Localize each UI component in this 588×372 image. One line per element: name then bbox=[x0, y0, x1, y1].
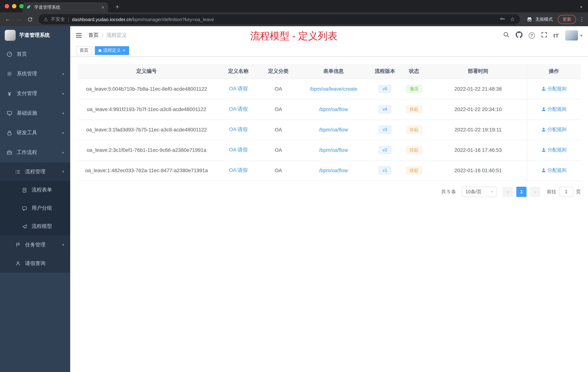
new-tab-button[interactable]: + bbox=[112, 1, 122, 12]
minimize-window-button[interactable] bbox=[12, 4, 16, 8]
col-definition-name: 定义名称 bbox=[216, 64, 261, 79]
status-badge: 激活 bbox=[406, 85, 422, 93]
tab-bar: 芋道管理系统 × + ▾ bbox=[0, 0, 588, 12]
form-link[interactable]: /bpm/oa/flow bbox=[319, 106, 348, 112]
sidebar-item-workflow[interactable]: 工作流程 ▾ bbox=[0, 143, 70, 162]
assign-rule-link[interactable]: 分配规则 bbox=[541, 167, 567, 174]
sidebar-item-process-model[interactable]: 流程模型 bbox=[0, 217, 70, 236]
deploy-time: 2022-01-16 01:40:51 bbox=[454, 167, 502, 173]
reload-button[interactable] bbox=[25, 14, 35, 24]
fullscreen-icon[interactable] bbox=[541, 32, 547, 39]
definition-id: oa_leave:2:3c1f0ef1-76b1-11ec-9c66-a2380… bbox=[87, 147, 206, 153]
sidebar-item-leave-query[interactable]: 请假查询 bbox=[0, 254, 70, 273]
version-badge: v2 bbox=[378, 146, 391, 154]
page-unit-label: 页 bbox=[576, 188, 581, 195]
tags-view: 首页 流程定义 × bbox=[70, 44, 588, 57]
person-icon bbox=[541, 148, 546, 152]
breadcrumb-home[interactable]: 首页 bbox=[88, 32, 99, 39]
sidebar-item-payment[interactable]: ¥ 支付管理 ▾ bbox=[0, 84, 70, 103]
tab-close-icon[interactable]: × bbox=[101, 5, 104, 10]
chevron-down-icon: ▾ bbox=[491, 190, 493, 194]
version-badge: v4 bbox=[378, 105, 391, 113]
assign-rule-link[interactable]: 分配规则 bbox=[541, 106, 567, 112]
tag-process-definition[interactable]: 流程定义 × bbox=[95, 46, 129, 55]
col-definition-id: 定义编号 bbox=[77, 64, 216, 79]
col-definition-category: 定义分类 bbox=[261, 64, 296, 79]
chevron-up-icon: ▾ bbox=[62, 170, 64, 174]
help-icon[interactable]: ? bbox=[529, 32, 535, 38]
prev-page-button[interactable]: ‹ bbox=[503, 186, 513, 197]
version-badge: v1 bbox=[378, 166, 391, 175]
bookmark-star-icon[interactable]: ☆ bbox=[510, 16, 515, 22]
sidebar-item-home[interactable]: 首页 bbox=[0, 44, 70, 64]
total-count: 共 5 条 bbox=[441, 188, 456, 195]
assign-rule-link[interactable]: 分配规则 bbox=[541, 126, 567, 133]
security-label: 不安全 bbox=[51, 16, 65, 22]
chevron-down-icon: ▾ bbox=[62, 92, 64, 96]
page-title: 流程模型 - 定义列表 bbox=[250, 30, 337, 43]
font-size-icon[interactable]: tT bbox=[554, 32, 559, 38]
table-row: oa_leave:1:482ec033-762a-11ec-8477-a2380… bbox=[77, 160, 581, 181]
person-icon bbox=[541, 87, 546, 91]
version-badge: v5 bbox=[378, 85, 391, 93]
browser-toolbar: ← → ⚠ 不安全 | dashboard.yudao.iocoder.cn/b… bbox=[0, 12, 588, 26]
sidebar-item-user-group[interactable]: 用户分组 bbox=[0, 199, 70, 217]
header-actions: ? tT ▾ bbox=[503, 30, 582, 41]
update-chrome-button[interactable]: 更新 bbox=[558, 15, 576, 24]
zoom-window-button[interactable] bbox=[19, 4, 24, 8]
forward-button[interactable]: → bbox=[14, 14, 24, 24]
app-shell: 芋道管理系统 首页 系统管理 ▾ ¥ bbox=[0, 26, 588, 372]
close-window-button[interactable] bbox=[5, 4, 9, 8]
sidebar-item-process-management[interactable]: 流程管理 ▾ bbox=[0, 162, 70, 181]
definition-id: oa_leave:1:482ec033-762a-11ec-8477-a2380… bbox=[85, 167, 208, 173]
browser-menu-icon[interactable]: ⋮ bbox=[578, 16, 585, 22]
sidebar-logo[interactable]: 芋道管理系统 bbox=[0, 26, 70, 44]
briefcase-icon bbox=[6, 150, 13, 155]
sidebar-item-process-form[interactable]: 流程表单 bbox=[0, 181, 70, 199]
definition-name-link[interactable]: OA 请假 bbox=[229, 167, 248, 173]
definition-name-link[interactable]: OA 请假 bbox=[229, 106, 248, 112]
deploy-time: 2022-01-22 19:19:11 bbox=[455, 127, 502, 132]
form-link[interactable]: /bpm/oa/flow bbox=[319, 127, 348, 132]
definition-name-link[interactable]: OA 请假 bbox=[229, 126, 248, 132]
definition-category: OA bbox=[275, 127, 282, 132]
col-process-version: 流程版本 bbox=[371, 64, 399, 79]
form-link[interactable]: /bpm/oa/flow bbox=[319, 167, 348, 173]
sidebar-item-dev-tools[interactable]: 研发工具 ▾ bbox=[0, 123, 70, 143]
tab-title: 芋道管理系统 bbox=[34, 4, 99, 10]
table-header-row: 定义编号 定义名称 定义分类 表单信息 流程版本 状态 部署时间 操作 bbox=[77, 64, 581, 79]
back-button[interactable]: ← bbox=[3, 14, 13, 24]
active-dot bbox=[99, 49, 101, 52]
incognito-label: 无痕模式 bbox=[535, 16, 553, 22]
incognito-icon bbox=[526, 16, 533, 22]
page-number-current[interactable]: 1 bbox=[516, 186, 526, 197]
address-bar[interactable]: ⚠ 不安全 | dashboard.yudao.iocoder.cn/bpm/m… bbox=[39, 14, 520, 24]
github-icon[interactable] bbox=[516, 31, 523, 40]
form-link[interactable]: /bpm/oa/leave/create bbox=[310, 86, 357, 92]
assign-rule-link[interactable]: 分配规则 bbox=[541, 86, 567, 92]
sidebar-item-system[interactable]: 系统管理 ▾ bbox=[0, 64, 70, 84]
sidebar-item-infrastructure[interactable]: 基础设施 ▾ bbox=[0, 103, 70, 123]
next-page-button[interactable]: › bbox=[530, 186, 540, 197]
goto-page-input[interactable] bbox=[559, 187, 573, 197]
tag-home[interactable]: 首页 bbox=[76, 46, 92, 55]
breadcrumb-current: 流程定义 bbox=[106, 32, 127, 39]
person-icon bbox=[541, 168, 546, 173]
hamburger-icon[interactable] bbox=[76, 32, 83, 39]
assign-rule-link[interactable]: 分配规则 bbox=[541, 147, 567, 153]
dashboard-icon bbox=[6, 51, 13, 57]
tab-search-chevron-icon[interactable]: ▾ bbox=[580, 1, 582, 12]
page-size-select[interactable]: 10条/页 ▾ bbox=[462, 186, 497, 197]
form-link[interactable]: /bpm/oa/flow bbox=[319, 147, 348, 153]
sidebar-item-task-management[interactable]: 任务管理 ▾ bbox=[0, 236, 70, 254]
status-badge: 挂起 bbox=[406, 166, 422, 175]
status-badge: 挂起 bbox=[406, 126, 422, 134]
page-url: dashboard.yudao.iocoder.cn/bpm/manager/d… bbox=[72, 17, 214, 22]
tag-close-icon[interactable]: × bbox=[123, 48, 125, 53]
definition-name-link[interactable]: OA 请假 bbox=[229, 147, 248, 153]
search-icon[interactable] bbox=[503, 32, 509, 39]
password-key-icon[interactable] bbox=[499, 16, 505, 23]
browser-tab[interactable]: 芋道管理系统 × bbox=[22, 2, 108, 12]
definition-name-link[interactable]: OA 请假 bbox=[229, 86, 248, 91]
user-menu[interactable]: ▾ bbox=[565, 30, 582, 41]
